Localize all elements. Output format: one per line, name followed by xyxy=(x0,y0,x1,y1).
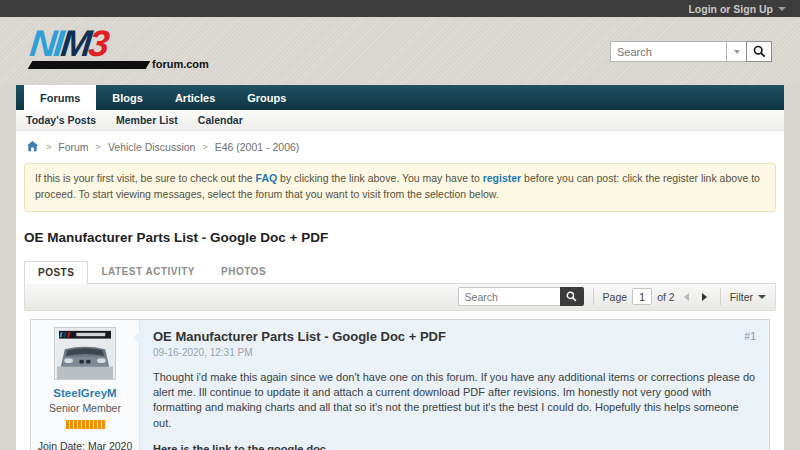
pagination: Page of 2 xyxy=(603,288,711,305)
login-signup-label: Login or Sign Up xyxy=(688,3,773,15)
site-header: NIM3 forum.com xyxy=(0,17,800,85)
main-container: Forums Blogs Articles Groups Today's Pos… xyxy=(16,85,784,450)
breadcrumb-vehicle-discussion[interactable]: Vehicle Discussion xyxy=(108,141,196,153)
post-number[interactable]: #1 xyxy=(744,330,756,342)
next-page-button[interactable] xyxy=(698,288,711,305)
prev-page-button[interactable] xyxy=(680,288,693,305)
avatar[interactable] xyxy=(54,327,116,380)
notice-text: If this is your first visit, be sure to … xyxy=(35,172,256,184)
header-search-input[interactable] xyxy=(610,41,726,62)
main-nav: Forums Blogs Articles Groups xyxy=(16,85,784,110)
toolbar-divider xyxy=(720,288,721,305)
filter-label: Filter xyxy=(730,291,753,303)
nav-tab-forums[interactable]: Forums xyxy=(24,85,96,110)
post-body: Thought i'd make this again since we don… xyxy=(153,370,756,432)
logo-letter: M xyxy=(59,23,91,64)
login-signup-button[interactable]: Login or Sign Up xyxy=(688,3,786,15)
search-icon xyxy=(753,45,766,58)
home-icon[interactable] xyxy=(26,140,39,153)
filter-button[interactable]: Filter xyxy=(730,291,766,303)
faq-link[interactable]: FAQ xyxy=(256,172,278,184)
sub-nav: Today's Posts Member List Calendar xyxy=(16,110,784,131)
post-title: OE Manufacturer Parts List - Google Doc … xyxy=(153,329,756,344)
nav-tab-groups[interactable]: Groups xyxy=(231,85,302,110)
username-link[interactable]: SteelGreyM xyxy=(35,387,135,399)
header-search-button[interactable] xyxy=(746,41,772,62)
logo-letter: 3 xyxy=(87,23,112,64)
header-search xyxy=(610,41,772,62)
notice-text: by clicking the link above. You may have… xyxy=(277,172,482,184)
chevron-down-icon xyxy=(778,7,786,11)
subnav-calendar[interactable]: Calendar xyxy=(198,114,243,126)
chevron-down-icon xyxy=(758,295,766,299)
chevron-right-icon xyxy=(702,293,707,301)
tab-photos[interactable]: PHOTOS xyxy=(208,261,279,283)
tab-posts[interactable]: POSTS xyxy=(24,261,88,284)
search-icon xyxy=(566,291,577,302)
page-title: OE Manufacturer Parts List - Google Doc … xyxy=(16,220,784,257)
post-content: #1 OE Manufacturer Parts List - Google D… xyxy=(140,320,769,450)
register-link[interactable]: register xyxy=(483,172,522,184)
post-pointer xyxy=(133,331,140,345)
user-title: Senior Member xyxy=(35,402,135,414)
subnav-member-list[interactable]: Member List xyxy=(116,114,178,126)
breadcrumb-e46[interactable]: E46 (2001 - 2006) xyxy=(215,141,300,153)
breadcrumb: > Forum > Vehicle Discussion > E46 (2001… xyxy=(16,131,784,159)
nav-tab-blogs[interactable]: Blogs xyxy=(96,85,159,110)
page-label: Page xyxy=(603,291,628,303)
post-date: 09-16-2020, 12:31 PM xyxy=(153,347,756,358)
page-number-input[interactable] xyxy=(632,288,652,305)
breadcrumb-separator: > xyxy=(202,142,207,152)
chevron-left-icon xyxy=(684,293,689,301)
site-logo[interactable]: NIM3 forum.com xyxy=(30,27,209,69)
subnav-todays-posts[interactable]: Today's Posts xyxy=(26,114,96,126)
logo-bar xyxy=(28,61,151,69)
tab-latest-activity[interactable]: LATEST ACTIVITY xyxy=(88,261,208,283)
nav-tab-articles[interactable]: Articles xyxy=(159,85,231,110)
post-1: SteelGreyM Senior Member Join Date: Mar … xyxy=(30,319,770,450)
first-visit-notice: If this is your first visit, be sure to … xyxy=(24,163,776,212)
page-of-label: of 2 xyxy=(657,291,675,303)
thread-search-button[interactable] xyxy=(560,287,584,306)
logo-letters: NIM3 xyxy=(28,27,210,61)
reputation-bar xyxy=(35,420,135,429)
breadcrumb-separator: > xyxy=(96,142,101,152)
breadcrumb-forum[interactable]: Forum xyxy=(58,141,88,153)
user-stats: Join Date: Mar 2020 Posts: 581 xyxy=(35,438,135,450)
top-bar: Login or Sign Up xyxy=(0,0,800,17)
thread-search xyxy=(458,287,584,306)
breadcrumb-separator: > xyxy=(46,142,51,152)
header-search-scope-dropdown[interactable] xyxy=(726,41,746,62)
google-doc-intro: Here is the link to the google doc xyxy=(153,443,756,450)
post-author-panel: SteelGreyM Senior Member Join Date: Mar … xyxy=(31,320,140,450)
user-join-date: Join Date: Mar 2020 xyxy=(35,438,135,450)
thread-search-input[interactable] xyxy=(458,287,560,306)
content-tabstrip: POSTS LATEST ACTIVITY PHOTOS xyxy=(24,261,776,284)
toolbar-divider xyxy=(593,288,594,305)
thread-toolbar: Page of 2 Filter xyxy=(24,284,776,311)
chevron-down-icon xyxy=(734,50,740,54)
